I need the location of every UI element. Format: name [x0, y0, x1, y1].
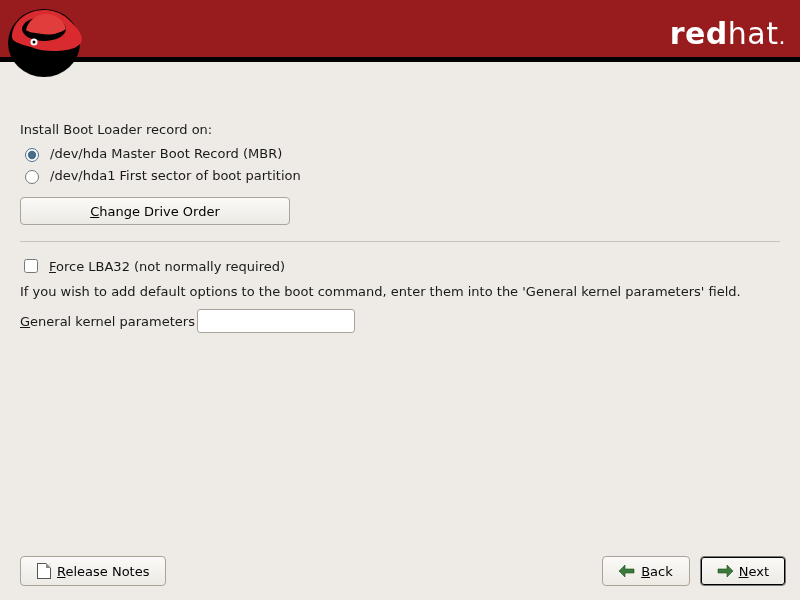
force-lba32-input[interactable] — [24, 259, 38, 273]
back-button[interactable]: Back — [602, 556, 690, 586]
radio-first-sector-label: /dev/hda1 First sector of boot partition — [50, 168, 301, 183]
install-location-label: Install Boot Loader record on: — [20, 122, 780, 137]
arrow-left-icon — [619, 565, 635, 577]
redhat-logo-icon — [0, 0, 98, 83]
radio-first-sector[interactable]: /dev/hda1 First sector of boot partition — [20, 167, 780, 184]
radio-first-sector-input[interactable] — [25, 170, 39, 184]
release-notes-button[interactable]: Release Notes — [20, 556, 166, 586]
footer: Release Notes Back Next — [20, 556, 786, 586]
arrow-right-icon — [717, 565, 733, 577]
header: redhat. — [0, 0, 800, 62]
radio-mbr[interactable]: /dev/hda Master Boot Record (MBR) — [20, 145, 780, 162]
next-button[interactable]: Next — [700, 556, 786, 586]
divider — [20, 241, 780, 242]
kernel-params-input[interactable] — [197, 309, 355, 333]
force-lba32-label: Force LBA32 (not normally required) — [49, 259, 285, 274]
svg-point-3 — [33, 41, 36, 44]
kernel-params-label: General kernel parameters — [20, 314, 195, 329]
main-content: Install Boot Loader record on: /dev/hda … — [0, 62, 800, 333]
radio-mbr-label: /dev/hda Master Boot Record (MBR) — [50, 146, 282, 161]
force-lba32-checkbox[interactable]: Force LBA32 (not normally required) — [20, 256, 780, 276]
brand-wordmark: redhat. — [670, 16, 786, 51]
change-drive-order-button[interactable]: Change Drive Order — [20, 197, 290, 225]
kernel-params-hint: If you wish to add default options to th… — [20, 284, 780, 299]
radio-mbr-input[interactable] — [25, 148, 39, 162]
document-icon — [37, 563, 51, 579]
